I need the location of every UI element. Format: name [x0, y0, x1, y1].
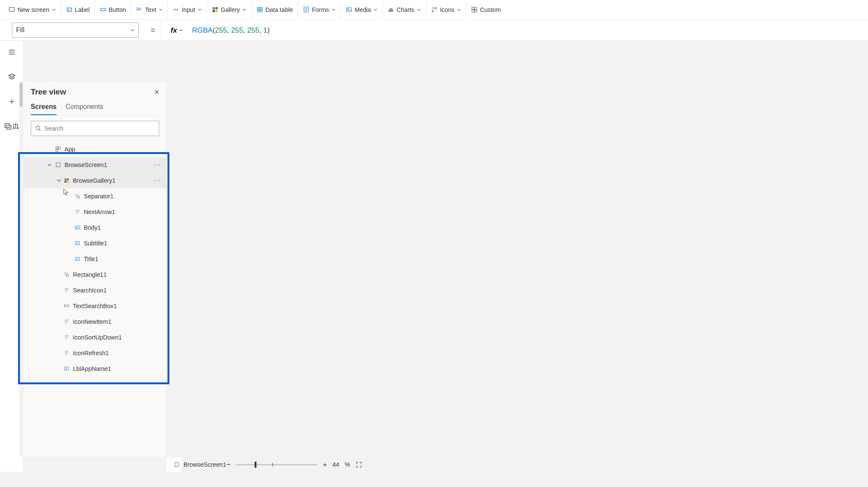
svg-rect-48 — [64, 305, 69, 307]
svg-rect-35 — [64, 181, 66, 182]
media-button[interactable]: Media — [341, 0, 383, 19]
icon-control-icon — [63, 334, 70, 341]
svg-rect-8 — [215, 10, 217, 12]
tree-search-input[interactable] — [45, 125, 155, 132]
chevron-down-icon — [52, 8, 56, 12]
tree-item-text-search[interactable]: TextSearchBox1 — [23, 298, 166, 314]
selection-indicator[interactable]: BrowseScreen1 — [174, 461, 226, 468]
formula-fn: RGBA — [192, 26, 212, 34]
new-screen-button[interactable]: New screen — [4, 0, 61, 19]
tree-item-browse-screen[interactable]: BrowseScreen1 ··· — [23, 157, 166, 173]
tree-item-rectangle[interactable]: Rectangle11 — [23, 267, 166, 282]
media-panel-icon[interactable] — [4, 121, 11, 132]
formula-input[interactable]: RGBA(255, 255, 255, 1) — [186, 26, 270, 34]
tree-search[interactable] — [31, 121, 159, 136]
tree-item-app[interactable]: App — [23, 141, 166, 157]
custom-button[interactable]: Custom — [466, 0, 506, 19]
svg-rect-29 — [56, 147, 58, 149]
label-label: Label — [75, 6, 90, 13]
fit-screen-icon[interactable] — [356, 461, 363, 468]
svg-rect-18 — [472, 7, 474, 9]
more-icon[interactable]: ··· — [153, 161, 161, 169]
label-button[interactable]: Label — [61, 0, 95, 19]
svg-rect-2 — [100, 8, 106, 11]
tree-item-search-icon[interactable]: SearchIcon1 — [23, 282, 166, 298]
shape-icon — [74, 193, 81, 200]
tree-item-lbl-app[interactable]: LblAppName1 — [23, 361, 166, 376]
close-icon[interactable]: ✕ — [154, 88, 159, 96]
zoom-in-button[interactable]: + — [323, 460, 327, 469]
tree-view-icon[interactable] — [6, 72, 17, 83]
chevron-down-icon — [47, 162, 52, 167]
svg-point-51 — [65, 335, 66, 337]
svg-rect-20 — [472, 10, 474, 12]
fx-button[interactable]: fx — [161, 19, 186, 40]
tree-label: Body1 — [84, 224, 101, 231]
label-icon — [74, 256, 81, 262]
charts-button[interactable]: Charts — [383, 0, 426, 19]
tree-view-panel: Tree view ✕ Screens Components App Brows… — [23, 81, 167, 457]
property-dropdown[interactable]: Fill — [12, 22, 139, 38]
svg-rect-0 — [9, 8, 14, 11]
gallery-button[interactable]: Gallery — [207, 0, 251, 19]
tree-item-icon-new[interactable]: IconNewItem1 — [23, 314, 166, 329]
ribbon-toolbar: New screen Label Button Abc Text Input G… — [0, 0, 868, 19]
shape-icon — [63, 271, 70, 278]
data-table-button[interactable]: Data table — [252, 0, 298, 19]
label-icon — [74, 224, 81, 231]
gallery-label: Gallery — [221, 6, 240, 13]
formula-bar: Fill = fx RGBA(255, 255, 255, 1) — [0, 19, 868, 41]
zoom-out-button[interactable]: − — [226, 460, 231, 469]
data-icon[interactable] — [6, 121, 17, 132]
input-button[interactable]: Input — [168, 0, 207, 19]
svg-rect-23 — [5, 124, 9, 128]
tree-item-subtitle[interactable]: Subtitle1 — [23, 235, 166, 251]
zoom-pct: % — [345, 461, 350, 468]
media-icon — [345, 6, 352, 13]
input-icon — [172, 6, 179, 13]
svg-rect-32 — [56, 163, 60, 167]
svg-rect-19 — [475, 7, 477, 9]
status-bar: BrowseScreen1 − + 44 % — [167, 457, 181, 472]
tools-icon[interactable] — [11, 121, 19, 132]
tree-label: Rectangle11 — [73, 271, 107, 278]
tree-item-next-arrow[interactable]: NextArrow1 — [23, 204, 166, 220]
forms-button[interactable]: Forms — [298, 0, 341, 19]
hamburger-icon[interactable] — [6, 47, 17, 58]
tab-components[interactable]: Components — [66, 100, 103, 115]
tree-label: IconSortUpDown1 — [73, 334, 122, 340]
label-icon — [74, 240, 81, 247]
more-icon[interactable]: ··· — [153, 177, 161, 184]
svg-rect-21 — [475, 10, 477, 12]
chevron-down-icon — [457, 8, 461, 12]
charts-icon — [388, 6, 395, 13]
icons-button[interactable]: Icons — [426, 0, 466, 19]
search-icon — [35, 125, 41, 131]
chevron-down-icon — [331, 8, 336, 12]
svg-rect-40 — [78, 210, 79, 211]
svg-point-53 — [65, 351, 66, 352]
button-button[interactable]: Button — [95, 0, 131, 19]
formula-v2: 255 — [231, 26, 243, 34]
tree-item-separator[interactable]: Separator1 — [23, 188, 166, 204]
vertical-scrollbar[interactable] — [19, 81, 23, 457]
tree-item-browse-gallery[interactable]: BrowseGallery1 ··· — [23, 173, 166, 188]
tree-view-title: Tree view — [31, 87, 66, 97]
tree-label: BrowseScreen1 — [64, 161, 107, 168]
chevron-down-icon — [242, 8, 247, 12]
text-button[interactable]: Abc Text — [131, 0, 168, 19]
left-rail: Tree view ✕ Screens Components App Brows… — [0, 41, 23, 472]
insert-icon[interactable] — [6, 96, 17, 107]
tree-item-icon-refresh[interactable]: IconRefresh1 — [23, 345, 166, 361]
table-icon — [256, 6, 263, 13]
tree-label: SearchIcon1 — [73, 287, 107, 294]
tree-item-body[interactable]: Body1 — [23, 220, 166, 235]
tree-item-title[interactable]: Title1 — [23, 251, 166, 267]
input-label: Input — [182, 6, 195, 13]
tab-screens[interactable]: Screens — [31, 100, 57, 115]
tree-label: IconRefresh1 — [73, 349, 109, 356]
formula-v1: 255 — [215, 26, 227, 34]
svg-rect-30 — [58, 147, 61, 149]
zoom-slider[interactable] — [236, 464, 317, 465]
tree-item-icon-sort[interactable]: IconSortUpDown1 — [23, 329, 166, 345]
